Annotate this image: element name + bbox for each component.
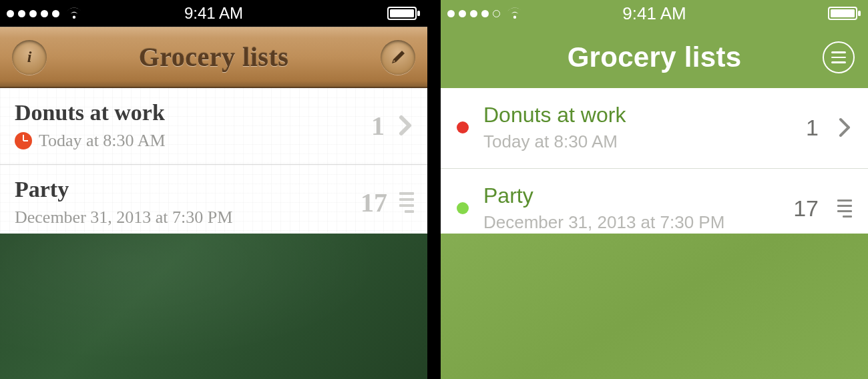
page-title: Grocery lists <box>139 41 289 73</box>
edit-button[interactable] <box>381 40 415 75</box>
wifi-icon <box>505 6 524 21</box>
list-item[interactable]: Donuts at work Today at 8:30 AM 1 <box>0 88 427 165</box>
phone-skeuomorphic: 9:41 AM i Grocery lists Donuts at work <box>0 0 427 379</box>
list-item-title: Donuts at work <box>15 100 371 125</box>
page-title: Grocery lists <box>568 41 742 73</box>
grocery-list: Donuts at work Today at 8:30 AM 1 Party … <box>441 88 868 250</box>
chevron-right-icon <box>397 113 414 137</box>
svg-text:i: i <box>27 48 32 65</box>
hamburger-icon <box>831 51 846 63</box>
menu-button[interactable] <box>823 41 855 73</box>
item-count: 1 <box>806 115 819 141</box>
list-item-title: Party <box>483 183 779 208</box>
color-dot-icon <box>457 202 469 214</box>
app-header: i Grocery lists <box>0 27 427 88</box>
reorder-icon[interactable] <box>399 192 414 213</box>
list-item-subtitle: Today at 8:30 AM <box>483 131 791 152</box>
item-count: 1 <box>371 110 385 141</box>
list-item[interactable]: Party December 31, 2013 at 7:30 PM 17 <box>0 165 427 242</box>
list-item-subtitle: December 31, 2013 at 7:30 PM <box>15 208 232 228</box>
list-item[interactable]: Donuts at work Today at 8:30 AM 1 <box>441 88 868 169</box>
svg-rect-1 <box>390 9 414 17</box>
status-bar: 9:41 AM <box>0 0 427 27</box>
clock-icon <box>15 132 32 149</box>
phone-flat: 9:41 AM Grocery lists Donuts at work Tod… <box>441 0 868 379</box>
grocery-list: Donuts at work Today at 8:30 AM 1 Party … <box>0 88 427 242</box>
chevron-right-icon <box>837 116 852 139</box>
color-dot-icon <box>457 121 469 133</box>
info-icon: i <box>19 47 39 67</box>
background <box>441 234 868 379</box>
svg-rect-6 <box>858 11 861 16</box>
list-item-title: Party <box>15 177 361 202</box>
signal-strength-icon <box>447 10 500 17</box>
background <box>0 234 427 379</box>
reorder-icon[interactable] <box>837 200 852 218</box>
info-button[interactable]: i <box>12 40 47 75</box>
battery-icon <box>828 6 861 21</box>
item-count: 17 <box>793 196 819 222</box>
status-bar: 9:41 AM <box>441 0 868 27</box>
list-item-subtitle: December 31, 2013 at 7:30 PM <box>483 212 779 233</box>
app-header: Grocery lists <box>441 27 868 88</box>
list-item-subtitle: Today at 8:30 AM <box>39 131 166 151</box>
signal-strength-icon <box>7 10 59 17</box>
pencil-icon <box>388 47 408 67</box>
svg-rect-2 <box>417 11 420 16</box>
wifi-icon <box>65 6 83 21</box>
list-item-title: Donuts at work <box>483 103 791 127</box>
item-count: 17 <box>361 187 387 218</box>
svg-rect-5 <box>831 9 855 17</box>
battery-icon <box>387 6 421 21</box>
